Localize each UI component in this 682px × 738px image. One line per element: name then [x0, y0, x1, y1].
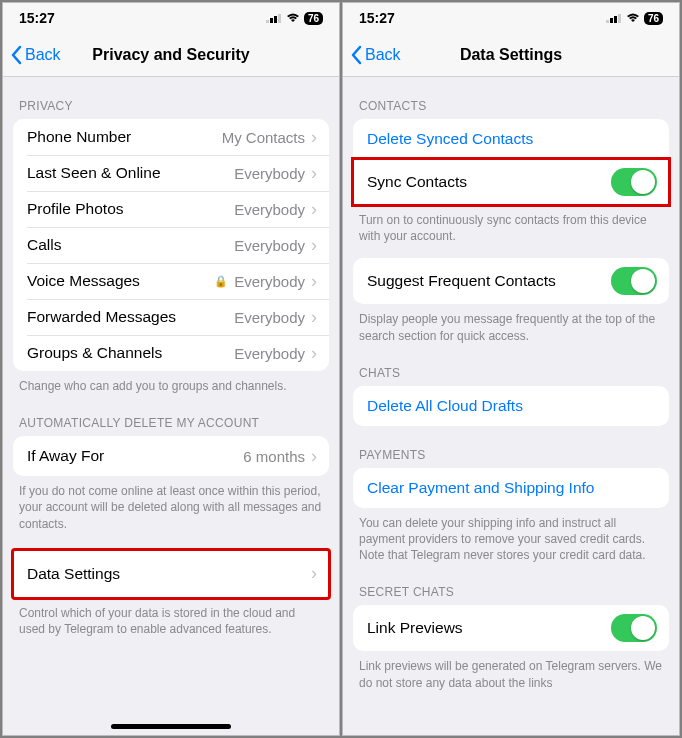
suggest-note: Display people you message frequently at… [343, 304, 679, 343]
row-calls[interactable]: Calls Everybody› [13, 227, 329, 263]
chevron-right-icon: › [311, 271, 317, 292]
status-bar: 15:27 76 [3, 3, 339, 33]
section-privacy-header: Privacy [3, 77, 339, 119]
chevron-right-icon: › [311, 163, 317, 184]
chevron-right-icon: › [311, 563, 317, 584]
nav-bar: Back Data Settings [343, 33, 679, 77]
privacy-note: Change who can add you to groups and cha… [3, 371, 339, 394]
svg-rect-2 [274, 16, 277, 23]
suggest-contacts-toggle[interactable] [611, 267, 657, 295]
data-settings-note: Control which of your data is stored in … [3, 598, 339, 637]
autodelete-note: If you do not come online at least once … [3, 476, 339, 532]
link-note: Link previews will be generated on Teleg… [343, 651, 679, 690]
chevron-right-icon: › [311, 307, 317, 328]
content-scroll[interactable]: Privacy Phone Number My Contacts› Last S… [3, 77, 339, 735]
row-label: Delete All Cloud Drafts [367, 397, 523, 415]
row-sync-contacts[interactable]: Sync Contacts [353, 159, 669, 205]
row-value: My Contacts [222, 129, 305, 146]
row-value: Everybody [234, 309, 305, 326]
svg-rect-4 [606, 20, 609, 23]
row-forwarded-messages[interactable]: Forwarded Messages Everybody› [13, 299, 329, 335]
back-button[interactable]: Back [3, 45, 61, 65]
svg-rect-3 [278, 14, 281, 23]
status-time: 15:27 [359, 10, 395, 26]
row-phone-number[interactable]: Phone Number My Contacts› [13, 119, 329, 155]
row-label: Sync Contacts [367, 173, 467, 191]
phone-data-settings: 15:27 76 Back Data Settings Contacts Del… [342, 2, 680, 736]
row-value: Everybody [234, 201, 305, 218]
svg-rect-0 [266, 20, 269, 23]
row-value: Everybody [234, 237, 305, 254]
row-link-previews[interactable]: Link Previews [353, 605, 669, 651]
row-label: Phone Number [27, 128, 131, 146]
section-payments-header: Payments [343, 426, 679, 468]
row-if-away-for[interactable]: If Away For 6 months› [13, 436, 329, 476]
battery-badge: 76 [304, 12, 323, 25]
home-indicator[interactable] [111, 724, 231, 729]
row-value: 6 months [243, 448, 305, 465]
row-label: Link Previews [367, 619, 463, 637]
svg-rect-7 [618, 14, 621, 23]
status-time: 15:27 [19, 10, 55, 26]
row-last-seen[interactable]: Last Seen & Online Everybody› [13, 155, 329, 191]
row-suggest-frequent[interactable]: Suggest Frequent Contacts [353, 258, 669, 304]
row-profile-photos[interactable]: Profile Photos Everybody› [13, 191, 329, 227]
battery-badge: 76 [644, 12, 663, 25]
section-autodelete-header: Automatically Delete My Account [3, 394, 339, 436]
row-delete-synced-contacts[interactable]: Delete Synced Contacts [353, 119, 669, 159]
chevron-right-icon: › [311, 446, 317, 467]
chevron-left-icon [351, 45, 363, 65]
status-indicators: 76 [606, 12, 663, 25]
payments-group: Clear Payment and Shipping Info [353, 468, 669, 508]
row-label: Groups & Channels [27, 344, 162, 362]
signal-icon [606, 13, 622, 23]
row-label: Data Settings [27, 565, 120, 583]
chevron-right-icon: › [311, 199, 317, 220]
back-label: Back [365, 46, 401, 64]
status-bar: 15:27 76 [343, 3, 679, 33]
autodelete-group: If Away For 6 months› [13, 436, 329, 476]
row-voice-messages[interactable]: Voice Messages 🔒Everybody› [13, 263, 329, 299]
svg-rect-1 [270, 18, 273, 23]
section-chats-header: Chats [343, 344, 679, 386]
row-clear-payment[interactable]: Clear Payment and Shipping Info [353, 468, 669, 508]
lock-icon: 🔒 [214, 275, 228, 288]
wifi-icon [626, 13, 640, 23]
row-label: Calls [27, 236, 61, 254]
contacts-group-1: Delete Synced Contacts [353, 119, 669, 159]
link-previews-toggle[interactable] [611, 614, 657, 642]
content-scroll[interactable]: Contacts Delete Synced Contacts Sync Con… [343, 77, 679, 735]
row-label: If Away For [27, 447, 104, 465]
signal-icon [266, 13, 282, 23]
row-value: Everybody [234, 273, 305, 290]
data-settings-group: Data Settings › [13, 550, 329, 598]
payment-note: You can delete your shipping info and in… [343, 508, 679, 564]
chats-group: Delete All Cloud Drafts [353, 386, 669, 426]
sync-note: Turn on to continuously sync contacts fr… [343, 205, 679, 244]
status-indicators: 76 [266, 12, 323, 25]
row-label: Voice Messages [27, 272, 140, 290]
back-label: Back [25, 46, 61, 64]
section-contacts-header: Contacts [343, 77, 679, 119]
row-groups-channels[interactable]: Groups & Channels Everybody› [13, 335, 329, 371]
svg-rect-5 [610, 18, 613, 23]
svg-rect-6 [614, 16, 617, 23]
row-label: Profile Photos [27, 200, 124, 218]
privacy-group: Phone Number My Contacts› Last Seen & On… [13, 119, 329, 371]
row-delete-drafts[interactable]: Delete All Cloud Drafts [353, 386, 669, 426]
back-button[interactable]: Back [343, 45, 401, 65]
nav-bar: Back Privacy and Security [3, 33, 339, 77]
suggest-group: Suggest Frequent Contacts [353, 258, 669, 304]
row-value: Everybody [234, 165, 305, 182]
row-label: Forwarded Messages [27, 308, 176, 326]
row-label: Clear Payment and Shipping Info [367, 479, 594, 497]
wifi-icon [286, 13, 300, 23]
phone-privacy: 15:27 76 Back Privacy and Security Priva… [2, 2, 340, 736]
section-secret-header: Secret Chats [343, 563, 679, 605]
secret-group: Link Previews [353, 605, 669, 651]
sync-contacts-toggle[interactable] [611, 168, 657, 196]
chevron-right-icon: › [311, 127, 317, 148]
chevron-right-icon: › [311, 343, 317, 364]
row-data-settings[interactable]: Data Settings › [13, 550, 329, 598]
chevron-left-icon [11, 45, 23, 65]
